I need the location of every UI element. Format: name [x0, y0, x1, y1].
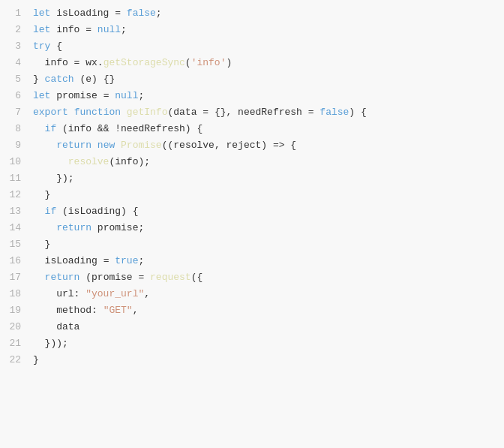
token-plain: = — [308, 107, 320, 118]
line-number: 5 — [0, 72, 21, 88]
token-bool: false — [320, 107, 349, 118]
token-plain: info — [33, 57, 74, 68]
line-content: } catch (e) {} — [33, 72, 495, 88]
token-plain: url: — [33, 288, 86, 299]
code-line: 16 isLoading = true; — [0, 254, 504, 270]
code-line: 13 if (isLoading) { — [0, 204, 504, 221]
code-line: 7export function getInfo(data = {}, need… — [0, 105, 504, 122]
token-plain — [33, 272, 45, 283]
token-plain: promise — [50, 90, 103, 101]
token-plain — [33, 206, 45, 217]
code-line: 15 } — [0, 237, 504, 254]
token-kw: let — [33, 90, 50, 101]
line-number: 4 — [0, 56, 21, 71]
token-plain: } — [33, 189, 50, 200]
token-plain: isLoading — [50, 8, 115, 19]
line-content: if (isLoading) { — [33, 204, 495, 220]
token-str: 'info' — [191, 57, 226, 68]
token-fn: request — [150, 272, 191, 283]
token-bool: false — [127, 8, 156, 19]
line-number: 15 — [0, 237, 21, 253]
token-plain: ((resolve, reject) — [162, 140, 273, 151]
line-content: } — [33, 237, 495, 253]
token-kw: catch — [45, 74, 74, 85]
line-number: 10 — [0, 155, 21, 170]
code-line: 22} — [0, 353, 504, 369]
line-content: isLoading = true; — [33, 254, 495, 269]
token-kw: if — [45, 123, 57, 134]
code-line: 8 if (info && !needRefresh) { — [0, 122, 504, 138]
token-plain — [33, 156, 68, 167]
token-plain: = — [104, 90, 116, 101]
token-plain: (data — [167, 107, 202, 118]
line-number: 12 — [0, 188, 21, 203]
code-line: 3try { — [0, 39, 504, 56]
token-plain: (e) {} — [74, 74, 116, 85]
line-number: 3 — [0, 39, 21, 55]
token-plain: (isLoading) { — [56, 206, 138, 217]
code-line: 1let isLoading = false; — [0, 6, 504, 23]
token-plain — [92, 140, 98, 151]
token-plain: } — [33, 239, 50, 250]
token-plain: { — [50, 41, 62, 52]
line-content: return new Promise((resolve, reject) => … — [33, 138, 495, 154]
token-str: "GET" — [104, 305, 133, 316]
line-content: if (info && !needRefresh) { — [33, 122, 495, 137]
line-content: let info = null; — [33, 23, 495, 38]
line-number: 13 — [0, 204, 21, 220]
token-plain: && !needRefresh) { — [98, 123, 202, 134]
token-bool: null — [98, 24, 121, 35]
token-plain: = — [104, 255, 116, 266]
line-content: data — [33, 320, 495, 335]
line-number: 6 — [0, 89, 21, 104]
token-plain: = {}, needRefresh — [202, 107, 308, 118]
code-line: 18 url: "your_url", — [0, 287, 504, 303]
line-content: url: "your_url", — [33, 287, 495, 302]
token-plain — [33, 222, 56, 233]
token-plain: method: — [33, 305, 104, 316]
code-line: 20 data — [0, 320, 504, 336]
token-plain: = wx. — [74, 57, 104, 68]
line-number: 16 — [0, 254, 21, 269]
token-kw: let — [33, 24, 50, 35]
token-plain: => { — [273, 140, 296, 151]
token-kw: function — [74, 107, 121, 118]
line-number: 21 — [0, 336, 21, 352]
token-str: "your_url" — [86, 288, 144, 299]
token-plain: (promise — [80, 272, 138, 283]
line-number: 18 — [0, 287, 21, 302]
token-plain: = — [115, 8, 127, 19]
code-line: 4 info = wx.getStorageSync('info') — [0, 56, 504, 72]
token-kw: if — [45, 206, 57, 217]
line-number: 1 — [0, 6, 21, 22]
line-number: 7 — [0, 105, 21, 121]
token-plain: = — [138, 272, 150, 283]
token-fn: resolve — [68, 156, 110, 167]
code-line: 2let info = null; — [0, 23, 504, 39]
token-plain: ; — [156, 8, 162, 19]
line-number: 8 — [0, 122, 21, 137]
token-kw: return — [56, 140, 92, 151]
line-content: return promise; — [33, 221, 495, 236]
line-content: }); — [33, 171, 495, 187]
token-plain: (info — [56, 123, 98, 134]
line-content: try { — [33, 39, 495, 55]
token-plain: promise; — [92, 222, 144, 233]
code-line: 19 method: "GET", — [0, 303, 504, 320]
token-plain: })); — [33, 338, 68, 349]
token-plain: ( — [185, 57, 191, 68]
token-plain: ; — [121, 24, 127, 35]
line-content: } — [33, 188, 495, 203]
code-line: 9 return new Promise((resolve, reject) =… — [0, 138, 504, 155]
token-method: getStorageSync — [104, 57, 185, 68]
token-plain: } — [33, 354, 39, 365]
token-plain — [33, 140, 56, 151]
line-number: 19 — [0, 303, 21, 319]
code-line: 5} catch (e) {} — [0, 72, 504, 89]
token-plain: ({ — [191, 272, 203, 283]
line-number: 17 — [0, 270, 21, 286]
code-line: 14 return promise; — [0, 221, 504, 237]
token-plain: ) — [226, 57, 232, 68]
token-plain — [68, 107, 74, 118]
token-plain: , — [133, 305, 139, 316]
